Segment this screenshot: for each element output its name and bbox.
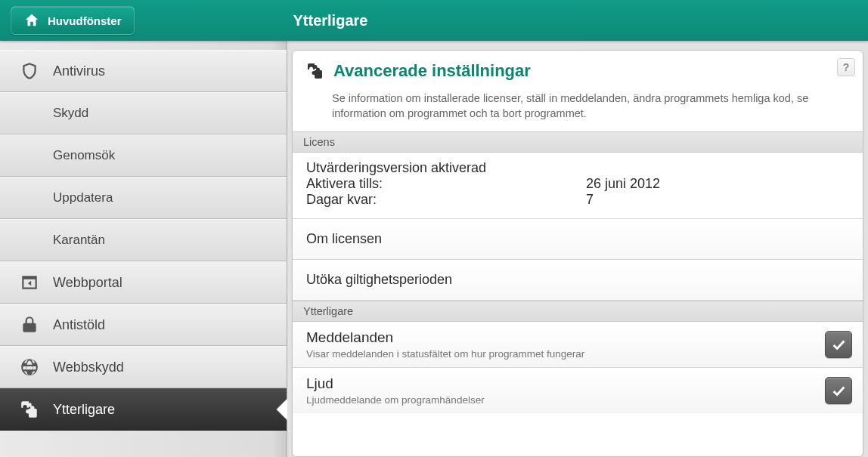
license-status: Utvärderingsversion aktiverad (306, 160, 849, 176)
sidebar-item-antivirus[interactable]: Antivirus (0, 50, 287, 92)
shield-icon (20, 61, 39, 81)
sidebar-item-skydd[interactable]: Skydd (0, 92, 287, 134)
section-header-license: Licens (293, 131, 863, 153)
topbar: Huvudfönster Ytterligare (0, 0, 868, 41)
card-header: Avancerade inställningar ? (293, 51, 863, 87)
home-button-label: Huvudfönster (48, 14, 122, 27)
section-header-additional: Ytterligare (293, 301, 863, 322)
sidebar-item-webbportal[interactable]: Webbportal (0, 261, 287, 304)
notifications-checkbox[interactable] (825, 331, 852, 358)
license-info: Utvärderingsversion aktiverad Aktivera t… (293, 153, 863, 219)
page-title: Ytterligare (293, 12, 368, 29)
notifications-row[interactable]: Meddelanden Visar meddelanden i statusfä… (293, 322, 863, 368)
help-button[interactable]: ? (837, 58, 855, 76)
sidebar-item-label: Uppdatera (53, 190, 113, 205)
license-active-until-label: Aktivera tills: (306, 176, 586, 192)
sidebar-item-label: Ytterligare (53, 402, 115, 418)
card-title: Avancerade inställningar (333, 61, 531, 81)
sidebar-item-uppdatera[interactable]: Uppdatera (0, 177, 287, 219)
home-icon (23, 12, 40, 29)
sidebar-item-ytterligare[interactable]: Ytterligare (0, 388, 287, 431)
puzzle-icon (20, 400, 39, 419)
main-panel: Avancerade inställningar ? Se informatio… (287, 41, 868, 457)
lock-icon (20, 315, 39, 335)
sidebar-item-label: Antistöld (53, 317, 105, 333)
sound-title: Ljud (306, 375, 825, 392)
sidebar-item-antistold[interactable]: Antistöld (0, 304, 287, 346)
notifications-subtitle: Visar meddelanden i statusfältet om hur … (306, 348, 825, 360)
sidebar-item-label: Genomsök (53, 148, 115, 163)
home-button[interactable]: Huvudfönster (11, 6, 135, 35)
license-active-until-value: 26 juni 2012 (586, 176, 660, 192)
sidebar-item-webbskydd[interactable]: Webbskydd (0, 346, 287, 388)
sound-row[interactable]: Ljud Ljudmeddelande om programhändelser (293, 368, 863, 413)
content-area: Antivirus Skydd Genomsök Uppdatera Karan… (0, 41, 868, 457)
sidebar-item-label: Webbportal (53, 275, 122, 291)
check-icon (830, 336, 847, 353)
browser-icon (20, 273, 39, 292)
sidebar-item-label: Skydd (53, 106, 88, 121)
extend-validity-row[interactable]: Utöka giltighetsperioden (293, 260, 863, 301)
sidebar-item-label: Antivirus (53, 63, 105, 79)
globe-icon (20, 357, 39, 377)
check-icon (830, 382, 847, 399)
card-description: Se information om installerade licenser,… (293, 87, 863, 131)
sound-checkbox[interactable] (825, 377, 852, 404)
sidebar-item-label: Webbskydd (53, 360, 124, 375)
sidebar-item-genomsok[interactable]: Genomsök (0, 134, 287, 177)
sound-subtitle: Ljudmeddelande om programhändelser (306, 394, 825, 406)
sidebar: Antivirus Skydd Genomsök Uppdatera Karan… (0, 41, 287, 457)
about-license-row[interactable]: Om licensen (293, 219, 863, 260)
notifications-title: Meddelanden (306, 329, 825, 346)
puzzle-icon (306, 62, 324, 80)
license-days-left-label: Dagar kvar: (306, 192, 586, 208)
settings-card: Avancerade inställningar ? Se informatio… (292, 50, 863, 457)
sidebar-item-label: Karantän (53, 233, 105, 248)
sidebar-item-karantan[interactable]: Karantän (0, 219, 287, 261)
license-days-left-value: 7 (586, 192, 594, 208)
